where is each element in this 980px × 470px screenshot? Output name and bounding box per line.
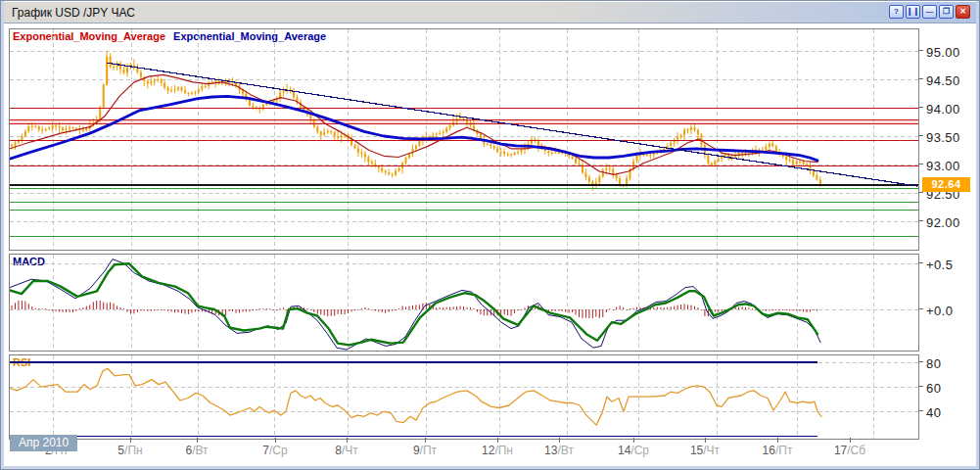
- x-axis-tick: [275, 438, 276, 443]
- price-label: 95.00: [926, 45, 977, 60]
- macd-axis-label: +0.0: [926, 304, 977, 318]
- y-axis-tick: [918, 107, 923, 108]
- y-axis-tick: [918, 50, 923, 51]
- x-axis-label: 17/Сб: [820, 444, 879, 457]
- macd-canvas: [10, 255, 918, 351]
- window-buttons: ?❙❙—❐✕: [889, 5, 970, 19]
- y-axis-tick: [918, 78, 923, 79]
- window-title: График USD /JPY ЧАС: [12, 6, 135, 20]
- y-axis-tick: [918, 164, 923, 164]
- x-axis-label: 16/Пт: [748, 444, 807, 457]
- x-axis-tick: [850, 438, 851, 443]
- y-axis-tick: [918, 220, 923, 221]
- y-axis-tick: [918, 262, 923, 263]
- rsi-panel[interactable]: RSI: [9, 354, 919, 440]
- y-axis-tick: [918, 410, 923, 411]
- current-price-badge: 92.64: [922, 177, 970, 192]
- x-axis-tick: [425, 438, 426, 443]
- main-chart-panel[interactable]: Exponential_Moving_AverageExponential_Mo…: [9, 28, 919, 251]
- x-axis-label: 15/Чт: [676, 444, 734, 457]
- x-axis-tick: [705, 438, 706, 443]
- x-axis-tick: [130, 438, 131, 443]
- y-axis-tick: [918, 308, 923, 309]
- x-axis-label: 14/Ср: [604, 444, 663, 457]
- x-axis-tick: [347, 438, 348, 443]
- x-axis-tick: [633, 438, 634, 443]
- minimize-button[interactable]: —: [922, 5, 937, 19]
- help-button[interactable]: ?: [889, 5, 904, 19]
- x-axis-tick: [497, 438, 498, 443]
- x-axis-tick: [777, 438, 778, 443]
- macd-panel[interactable]: MACD: [9, 254, 919, 352]
- x-axis-label: 13/Вт: [530, 444, 588, 457]
- chart-window: График USD /JPY ЧАС ?❙❙—❐✕ Exponential_M…: [0, 0, 980, 470]
- pause-button[interactable]: ❙❙: [906, 5, 920, 19]
- x-axis-label: 7/Ср: [246, 444, 304, 457]
- x-axis-label: 6/Вт: [167, 444, 226, 457]
- x-axis-tick: [197, 438, 198, 443]
- x-axis-tick: [559, 438, 560, 443]
- price-label: 94.00: [926, 102, 977, 117]
- price-label: 93.50: [926, 130, 977, 145]
- rsi-axis-label: 80: [926, 356, 977, 371]
- x-axis-label: 9/Пт: [396, 444, 454, 457]
- x-axis-label: 5/Пн: [101, 444, 160, 457]
- month-label: Апр 2010: [10, 435, 77, 451]
- price-label: 92.00: [926, 215, 977, 230]
- y-axis-tick: [918, 135, 923, 136]
- rsi-canvas: [10, 355, 918, 439]
- rsi-axis-label: 60: [926, 381, 977, 396]
- main-chart-canvas: [10, 29, 918, 250]
- x-axis-label: 12/Пн: [468, 444, 527, 457]
- x-axis-label: 8/Чт: [317, 444, 376, 457]
- y-axis-tick: [918, 386, 923, 387]
- price-label: 94.50: [926, 73, 977, 88]
- price-label: 93.00: [926, 159, 977, 173]
- y-axis-tick: [918, 361, 923, 362]
- macd-axis-label: +0.5: [926, 258, 977, 272]
- close-button[interactable]: ✕: [956, 5, 970, 19]
- rsi-axis-label: 40: [926, 405, 977, 420]
- title-bar[interactable]: График USD /JPY ЧАС ?❙❙—❐✕: [2, 2, 978, 24]
- maximize-button[interactable]: ❐: [939, 5, 954, 19]
